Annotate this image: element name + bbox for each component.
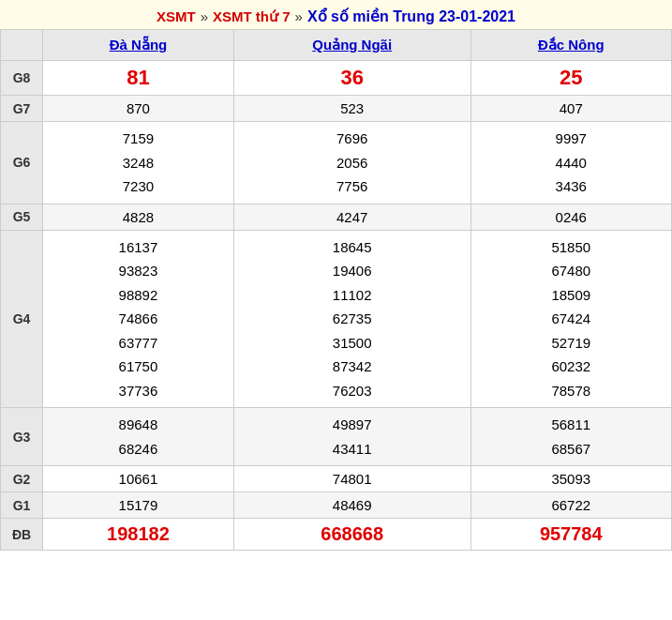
table-row: G2106617480135093: [1, 466, 672, 492]
data-cell: 4828: [43, 204, 234, 230]
data-cell: 10661: [43, 466, 234, 492]
data-cell: 16137938239889274866637776175037736: [43, 230, 234, 408]
table-row: G8813625: [1, 61, 672, 96]
col-dac-nong-header: Đắc Nông: [470, 30, 672, 61]
data-cell: 48469: [233, 492, 470, 519]
row-label: G4: [1, 230, 43, 408]
table-row: G7870523407: [1, 96, 672, 122]
data-cell: 668668: [233, 519, 470, 551]
data-cell: 18645194061110262735315008734276203: [233, 230, 470, 408]
data-cell: 5681168567: [470, 408, 672, 466]
row-label: G6: [1, 122, 43, 204]
data-cell: 715932487230: [43, 122, 234, 204]
col-label-header: [1, 30, 43, 61]
data-cell: 870: [43, 96, 234, 122]
row-label: G8: [1, 61, 43, 96]
data-cell: 8964868246: [43, 408, 234, 466]
col-da-nang-header: Đà Nẵng: [43, 30, 234, 61]
link-xsmt[interactable]: XSMT: [157, 8, 196, 24]
data-cell: 4989743411: [233, 408, 470, 466]
link-xsmt-thu7[interactable]: XSMT thứ 7: [213, 8, 291, 25]
col-quang-ngai-header: Quảng Ngãi: [233, 30, 470, 61]
data-cell: 407: [470, 96, 672, 122]
sep1: »: [201, 8, 208, 24]
data-cell: 81: [43, 61, 234, 96]
data-cell: 4247: [233, 204, 470, 230]
data-cell: 769620567756: [233, 122, 470, 204]
table-row: G1151794846966722: [1, 492, 672, 519]
table-row: G416137938239889274866637776175037736186…: [1, 230, 672, 408]
data-cell: 74801: [233, 466, 470, 492]
row-label: G1: [1, 492, 43, 519]
table-row: G5482842470246: [1, 204, 672, 230]
table-row: G6715932487230769620567756999744403436: [1, 122, 672, 204]
row-label: G7: [1, 96, 43, 122]
data-cell: 523: [233, 96, 470, 122]
row-label: ĐB: [1, 519, 43, 551]
data-cell: 15179: [43, 492, 234, 519]
row-label: G3: [1, 408, 43, 466]
data-cell: 66722: [470, 492, 672, 519]
data-cell: 198182: [43, 519, 234, 551]
sep2: »: [295, 8, 303, 24]
lottery-table: Đà Nẵng Quảng Ngãi Đắc Nông G8813625G787…: [0, 29, 672, 551]
table-row: G3896486824649897434115681168567: [1, 408, 672, 466]
data-cell: 25: [470, 61, 672, 96]
data-cell: 957784: [470, 519, 672, 551]
header-bar: XSMT » XSMT thứ 7 » Xổ số miền Trung 23-…: [0, 0, 672, 29]
row-label: G2: [1, 466, 43, 492]
data-cell: 0246: [470, 204, 672, 230]
data-cell: 999744403436: [470, 122, 672, 204]
data-cell: 35093: [470, 466, 672, 492]
data-cell: 36: [233, 61, 470, 96]
main-title: Xổ số miền Trung 23-01-2021: [307, 8, 515, 25]
table-row: ĐB198182668668957784: [1, 519, 672, 551]
row-label: G5: [1, 204, 43, 230]
data-cell: 51850674801850967424527196023278578: [470, 230, 672, 408]
